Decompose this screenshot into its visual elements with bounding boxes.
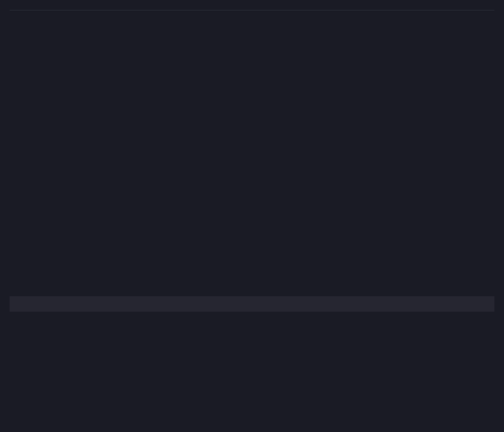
header bbox=[9, 5, 495, 10]
rankings-bump-chart bbox=[9, 20, 495, 284]
definitions-panel bbox=[9, 296, 495, 312]
